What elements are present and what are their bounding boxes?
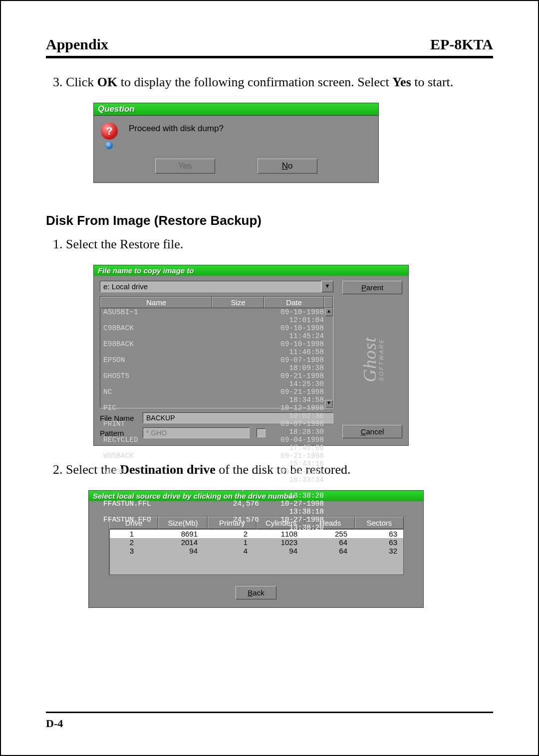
- file-row[interactable]: GHOST509-21-1998 14:25:30: [100, 372, 333, 388]
- col-size[interactable]: Size: [212, 297, 264, 308]
- parent-button[interactable]: Parent: [342, 281, 402, 294]
- file-row[interactable]: FFASTUN.FFL24,57610-27-1998 13:38:18: [100, 500, 333, 516]
- dialog-title: File name to copy image to: [94, 265, 408, 276]
- step-1: Select the Restore file.: [66, 235, 493, 253]
- col-sectors[interactable]: Sectors: [355, 517, 404, 529]
- file-row[interactable]: PIC10-12-1998 10:02:36: [100, 404, 333, 420]
- footer-rule: [46, 712, 493, 713]
- file-row[interactable]: C98BACK09-10-1998 11:45:24: [100, 324, 333, 340]
- cancel-button[interactable]: Cancel: [342, 425, 402, 438]
- scroll-down-icon[interactable]: ▼: [325, 400, 333, 408]
- file-row[interactable]: NC09-21-1998 18:34:58: [100, 388, 333, 404]
- no-button[interactable]: No: [258, 159, 317, 174]
- file-dialog: File name to copy image to e: Local driv…: [93, 265, 409, 446]
- drive-row[interactable]: 3944946432: [110, 547, 403, 555]
- drive-select[interactable]: e: Local drive: [100, 281, 321, 292]
- section-title: Disk From Image (Restore Backup): [46, 213, 493, 228]
- dialog-title: Question: [94, 103, 378, 116]
- file-row[interactable]: PRINT09-07-1998 18:28:30: [100, 420, 333, 436]
- header-right: EP-8KTA: [430, 36, 493, 53]
- scroll-up-icon[interactable]: ▲: [325, 308, 333, 316]
- ghost-logo: Ghost SOFTWARE: [312, 330, 433, 389]
- col-date[interactable]: Date: [264, 297, 324, 308]
- file-row[interactable]: WIN9809-05-1998 18:33:34: [100, 468, 333, 484]
- question-dialog: Question Proceed with disk dump? Yes No: [93, 103, 379, 183]
- dialog-message: Proceed with disk dump?: [129, 124, 224, 134]
- file-row[interactable]: FFASTUN.FFO24,57610-27-1998 13:38:20: [100, 516, 333, 532]
- question-icon: [101, 123, 119, 150]
- file-list[interactable]: Name Size Date ASUSBI~109-10-1998 12:01:…: [100, 296, 333, 408]
- file-row[interactable]: ASUSBI~109-10-1998 12:01:04: [100, 308, 333, 324]
- back-button[interactable]: Back: [236, 586, 276, 599]
- file-row[interactable]: W95BACK09-21-1998 15:43:16: [100, 452, 333, 468]
- file-row[interactable]: RECYCLED09-04-1998 17:45:06: [100, 436, 333, 452]
- col-name[interactable]: Name: [100, 297, 212, 308]
- step-3: Click OK to display the following confir…: [66, 73, 493, 91]
- drive-row[interactable]: 22014110236463: [110, 538, 403, 547]
- file-row[interactable]: EPSON09-07-1998 18:09:38: [100, 356, 333, 372]
- yes-button[interactable]: Yes: [155, 159, 215, 174]
- file-row[interactable]: FFASTUN.FFA4,37910-27-1998 13:38:20: [100, 484, 333, 500]
- drive-dropdown-button[interactable]: ▼: [321, 281, 333, 292]
- page-number: D-4: [46, 717, 493, 730]
- header-left: Appendix: [46, 36, 108, 53]
- file-row[interactable]: E98BACK09-10-1998 11:46:58: [100, 340, 333, 356]
- header-rule: [46, 56, 493, 58]
